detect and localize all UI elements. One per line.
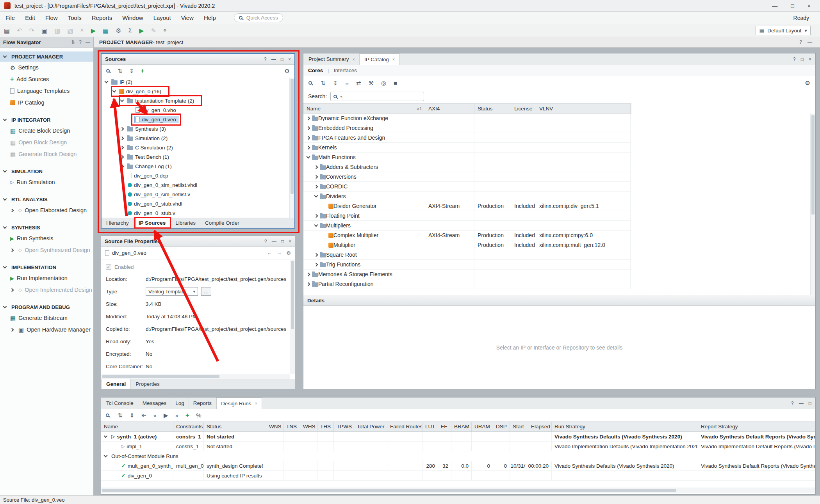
- expand-all-icon[interactable]: ⇕: [333, 80, 338, 86]
- search-icon[interactable]: [106, 413, 109, 417]
- redo-icon[interactable]: ↷: [29, 27, 34, 34]
- run-row-mult-gen-0-synth-1[interactable]: ✓mult_gen_0_synth_1mult_gen_0synth_desig…: [101, 461, 815, 471]
- run-row-div-gen-0[interactable]: ✓div_gen_0Using cached IP results: [101, 471, 815, 481]
- flow-item-open-implemented-design[interactable]: ◇Open Implemented Design: [0, 284, 93, 296]
- catalog-row-dividers[interactable]: Dividers: [303, 192, 631, 201]
- help-icon[interactable]: ?: [264, 57, 267, 62]
- more-button[interactable]: …: [201, 287, 211, 296]
- chevron-right-icon[interactable]: [120, 146, 124, 149]
- scrollbar-thumb[interactable]: [102, 489, 676, 492]
- minimize-icon[interactable]: —: [799, 401, 804, 406]
- catalog-row-conversions[interactable]: Conversions: [303, 172, 631, 182]
- close-icon[interactable]: ×: [288, 57, 291, 62]
- open-project-icon[interactable]: ▤: [4, 27, 10, 34]
- tab-ip-catalog[interactable]: IP Catalog×: [360, 53, 399, 65]
- io-ports-icon[interactable]: ⇄: [356, 80, 361, 86]
- tree-item-div-gen-0-sim-netlist-vhdl[interactable]: div_gen_0_sim_netlist.vhdl: [102, 180, 294, 190]
- tree-item-div-gen-0-dcp[interactable]: div_gen_0.dcp: [102, 171, 294, 180]
- flow-item-ip-catalog[interactable]: IP Catalog: [0, 97, 93, 108]
- chevron-down-icon[interactable]: [104, 454, 108, 458]
- properties-wrench-icon[interactable]: ⚒: [369, 80, 374, 86]
- tree-item-div-gen-0-16[interactable]: div_gen_0 (16): [102, 87, 294, 96]
- chevron-down-icon[interactable]: [314, 223, 318, 227]
- step-forward-icon[interactable]: »: [175, 412, 178, 418]
- chevron-right-icon[interactable]: [120, 127, 124, 131]
- column-header-name[interactable]: Name: [101, 422, 173, 431]
- run-row-synth-1-active[interactable]: ▷synth_1 (active)constrs_1Not startedViv…: [101, 432, 815, 442]
- close-icon[interactable]: ×: [392, 57, 395, 62]
- tree-item-c-simulation-2[interactable]: C Simulation (2): [102, 143, 294, 152]
- runs-hscrollbar[interactable]: [101, 488, 815, 493]
- subtab-interfaces[interactable]: Interfaces: [334, 67, 357, 73]
- flow-section-project-manager[interactable]: PROJECT MANAGER: [0, 51, 93, 62]
- catalog-row-partial-reconfiguration[interactable]: Partial Reconfiguration: [303, 279, 631, 289]
- copy-icon[interactable]: ▥: [54, 27, 60, 34]
- help-icon[interactable]: ?: [793, 57, 796, 62]
- catalog-row-cordic[interactable]: CORDIC: [303, 182, 631, 192]
- flow-item-open-block-design[interactable]: ▦Open Block Design: [0, 137, 93, 148]
- column-header-report-strategy[interactable]: Report Strategy: [698, 422, 815, 431]
- type-select[interactable]: Verilog Template▾: [146, 287, 198, 296]
- catalog-row-multipliers[interactable]: Multipliers: [303, 221, 631, 231]
- column-header-run-strategy[interactable]: Run Strategy: [552, 422, 698, 431]
- chevron-right-icon[interactable]: [120, 155, 124, 159]
- catalog-row-dynamic-function-exchange[interactable]: Dynamic Function eXchange: [303, 114, 631, 123]
- column-header-elapsed[interactable]: Elapsed: [528, 422, 552, 431]
- collapse-all-icon[interactable]: ⇅: [118, 68, 123, 74]
- settings-icon[interactable]: ⚙: [116, 27, 121, 34]
- tree-item-simulation-2[interactable]: Simulation (2): [102, 133, 294, 143]
- tab-reports[interactable]: Reports: [189, 398, 216, 409]
- minimize-icon[interactable]: —: [271, 57, 276, 62]
- chevron-right-icon[interactable]: [307, 136, 310, 140]
- debug-icon[interactable]: ⌖: [163, 27, 167, 34]
- sources-tab-libraries[interactable]: Libraries: [171, 218, 200, 228]
- license-icon[interactable]: ◎: [381, 80, 386, 86]
- catalog-row-trig-functions[interactable]: Trig Functions: [303, 260, 631, 270]
- help-icon[interactable]: ?: [264, 239, 267, 244]
- save-icon[interactable]: ▣: [41, 27, 47, 34]
- close-icon[interactable]: ×: [353, 57, 355, 62]
- catalog-row-embedded-processing[interactable]: Embedded Processing: [303, 123, 631, 133]
- tab-log[interactable]: Log: [171, 398, 189, 409]
- chevron-down-icon[interactable]: [314, 194, 318, 198]
- minimize-icon[interactable]: —: [272, 239, 276, 244]
- expand-all-icon[interactable]: ⇕: [129, 68, 134, 74]
- column-header-axi4[interactable]: AXI4: [425, 104, 474, 113]
- scrollbar-thumb[interactable]: [291, 261, 294, 329]
- chevron-right-icon[interactable]: [314, 175, 318, 179]
- column-header-ths[interactable]: THS: [317, 422, 334, 431]
- minimize-icon[interactable]: —: [808, 39, 812, 45]
- flow-section-ip-integrator[interactable]: IP INTEGRATOR: [0, 115, 93, 125]
- sources-tab-compile-order[interactable]: Compile Order: [200, 218, 244, 228]
- restart-icon[interactable]: ⇤: [141, 412, 146, 418]
- column-header-status[interactable]: Status: [474, 104, 511, 113]
- flow-item-open-elaborated-design[interactable]: ◇Open Elaborated Design: [0, 204, 93, 216]
- add-icon[interactable]: +: [141, 68, 144, 74]
- properties-hscrollbar[interactable]: [101, 374, 290, 379]
- chevron-down-icon[interactable]: [104, 434, 108, 438]
- column-header-dsp[interactable]: DSP: [493, 422, 510, 431]
- flow-section-implementation[interactable]: IMPLEMENTATION: [0, 262, 93, 272]
- tab-messages[interactable]: Messages: [138, 398, 171, 409]
- chevron-right-icon[interactable]: [120, 164, 124, 168]
- chevron-right-icon[interactable]: [307, 272, 310, 276]
- run-icon[interactable]: ▶: [164, 412, 168, 418]
- menu-item-flow[interactable]: Flow: [45, 14, 58, 21]
- flow-item-language-templates[interactable]: Language Templates: [0, 85, 93, 97]
- scrollbar-thumb[interactable]: [102, 375, 219, 378]
- catalog-row-adders-subtracters[interactable]: Adders & Subtracters: [303, 162, 631, 172]
- settings-icon[interactable]: ⚙: [286, 250, 291, 256]
- flow-item-run-synthesis[interactable]: ▶Run Synthesis: [0, 232, 93, 244]
- tab-project-summary[interactable]: Project Summary×: [304, 53, 360, 65]
- collapse-all-icon[interactable]: ⇅: [71, 39, 75, 45]
- menu-item-window[interactable]: Window: [122, 14, 143, 21]
- column-header-license[interactable]: License: [511, 104, 536, 113]
- column-header-status[interactable]: Status: [204, 422, 266, 431]
- forward-icon[interactable]: →: [276, 250, 282, 256]
- close-icon[interactable]: ×: [809, 57, 811, 62]
- undo-icon[interactable]: ↶: [17, 27, 22, 34]
- menu-item-edit[interactable]: Edit: [25, 14, 35, 21]
- report-icon[interactable]: Σ: [128, 27, 132, 34]
- catalog-row-memories-storage-elements[interactable]: Memories & Storage Elements: [303, 270, 631, 279]
- chevron-right-icon[interactable]: [314, 263, 318, 266]
